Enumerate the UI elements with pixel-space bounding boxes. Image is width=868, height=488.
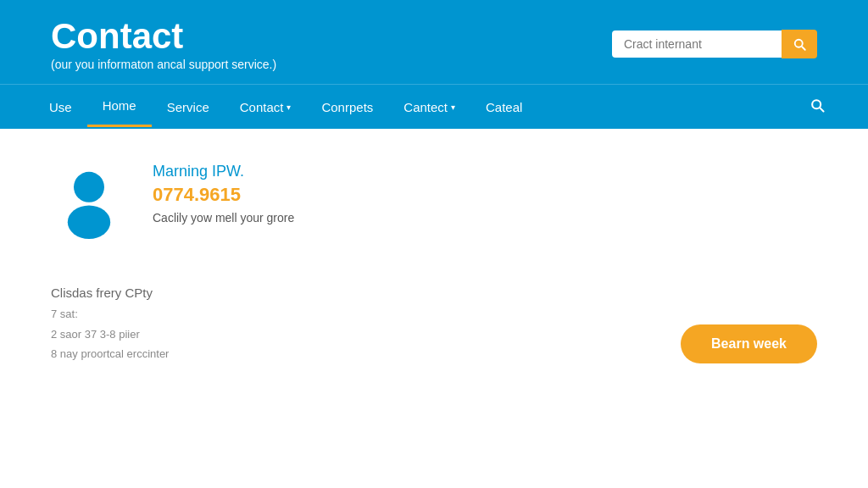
site-title: Contact — [51, 17, 276, 56]
svg-point-1 — [68, 206, 110, 240]
header-search-bar — [612, 30, 817, 58]
nav-item-service[interactable]: Service — [152, 88, 225, 126]
search-icon — [792, 36, 807, 52]
nav-search-button[interactable] — [800, 85, 834, 129]
page-header: Contact (our you informaton ancal suppor… — [0, 0, 868, 84]
location-info: Clisdas frery CPty 7 sat: 2 saor 37 3-8 … — [51, 281, 169, 363]
main-nav: Use Home Service Contact ▾ Conrpets Cant… — [0, 84, 868, 129]
nav-item-cateal[interactable]: Cateal — [470, 88, 537, 126]
location-line2: 2 saor 37 3-8 piier — [51, 324, 169, 344]
nav-item-home[interactable]: Home — [87, 86, 152, 127]
location-line3: 8 nay proortcal erccinter — [51, 344, 169, 363]
book-button[interactable]: Bearn week — [681, 324, 817, 363]
location-line1: 7 sat: — [51, 304, 169, 324]
chevron-down-icon-2: ▾ — [451, 103, 455, 112]
contact-name: Marning IPW. — [153, 163, 294, 180]
contact-card: Marning IPW. 0774.9615 Caclily yow mell … — [51, 163, 817, 239]
site-subtitle: (our you informaton ancal support servic… — [51, 58, 276, 71]
nav-item-contact[interactable]: Contact ▾ — [225, 88, 307, 126]
main-content: Marning IPW. 0774.9615 Caclily yow mell … — [0, 129, 868, 389]
search-icon-nav — [809, 97, 826, 114]
contact-phone: 0774.9615 — [153, 184, 294, 206]
contact-details: Marning IPW. 0774.9615 Caclily yow mell … — [153, 163, 294, 225]
header-branding: Contact (our you informaton ancal suppor… — [51, 17, 276, 71]
chevron-down-icon: ▾ — [287, 103, 291, 112]
search-button[interactable] — [782, 30, 817, 58]
svg-point-0 — [74, 172, 104, 202]
bottom-section: Clisdas frery CPty 7 sat: 2 saor 37 3-8 … — [51, 281, 817, 363]
contact-description: Caclily yow mell your grore — [153, 211, 294, 225]
search-input[interactable] — [612, 30, 782, 58]
nav-item-use[interactable]: Use — [34, 88, 87, 126]
nav-item-conrpets[interactable]: Conrpets — [306, 88, 388, 126]
location-name: Clisdas frery CPty — [51, 281, 169, 304]
nav-item-cantect[interactable]: Cantect ▾ — [388, 88, 470, 126]
avatar — [51, 163, 127, 239]
